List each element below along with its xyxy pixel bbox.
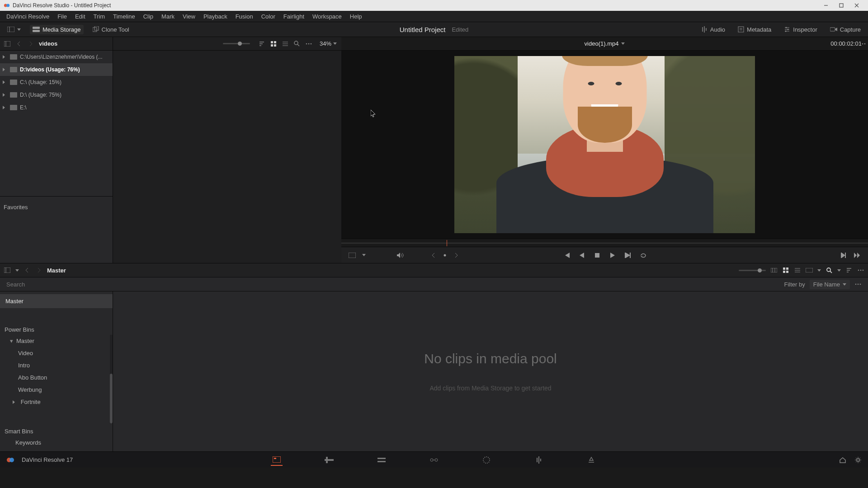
storage-row[interactable]: C:\Users\Lizenznehmer\Videos (... xyxy=(0,51,113,63)
menu-file[interactable]: File xyxy=(54,12,71,21)
sort-icon[interactable] xyxy=(258,40,265,47)
inspector-button[interactable]: Inspector xyxy=(781,25,820,34)
menu-davinci[interactable]: DaVinci Resolve xyxy=(3,12,53,21)
pool-breadcrumb[interactable]: Master xyxy=(47,267,66,274)
minimize-button[interactable] xyxy=(818,0,834,11)
loop-icon[interactable] xyxy=(640,252,647,259)
media-storage-button[interactable]: Media Storage xyxy=(30,25,84,34)
chevron-down-icon[interactable] xyxy=(15,269,19,272)
jog-fwd-icon[interactable] xyxy=(453,252,460,259)
capture-button[interactable]: Capture xyxy=(827,25,863,34)
power-bin-item[interactable]: Video xyxy=(0,347,110,359)
expand-icon[interactable] xyxy=(13,400,17,404)
timecode-display[interactable]: 00:00:02:01 xyxy=(830,40,862,47)
expand-icon[interactable] xyxy=(3,80,7,84)
search-icon[interactable] xyxy=(293,40,301,47)
playhead[interactable] xyxy=(447,240,447,246)
settings-icon[interactable] xyxy=(854,456,862,464)
go-start-icon[interactable] xyxy=(563,252,570,259)
menu-playback[interactable]: Playback xyxy=(200,12,231,21)
close-button[interactable] xyxy=(849,0,864,11)
power-bin-item[interactable]: Intro xyxy=(0,359,110,371)
more-icon[interactable] xyxy=(305,40,312,47)
grid-view-icon[interactable] xyxy=(782,267,789,274)
power-bin-item[interactable]: Abo Button xyxy=(0,371,110,384)
page-fairlight[interactable] xyxy=(533,454,545,466)
stop-icon[interactable] xyxy=(594,252,601,259)
more-icon[interactable] xyxy=(854,281,862,288)
more-icon[interactable] xyxy=(857,267,864,274)
media-pool-clips-area[interactable]: No clips in media pool Add clips from Me… xyxy=(113,291,868,451)
list-view-icon[interactable] xyxy=(794,267,801,274)
power-bin-item[interactable]: Werbung xyxy=(0,384,110,396)
bins-scrollbar[interactable] xyxy=(110,335,113,423)
page-deliver[interactable] xyxy=(585,454,597,466)
favorites-area[interactable] xyxy=(0,213,113,263)
menu-timeline[interactable]: Timeline xyxy=(109,12,139,21)
expand-icon[interactable] xyxy=(3,93,7,97)
play-icon[interactable] xyxy=(609,252,616,259)
page-edit[interactable] xyxy=(376,454,387,466)
viewer-body[interactable] xyxy=(341,51,868,239)
menu-view[interactable]: View xyxy=(179,12,199,21)
volume-icon[interactable] xyxy=(396,252,404,259)
viewer-scrub-bar[interactable] xyxy=(341,239,868,247)
menu-clip[interactable]: Clip xyxy=(140,12,157,21)
step-back-icon[interactable] xyxy=(578,252,585,259)
grid-view-icon[interactable] xyxy=(270,40,277,47)
expand-icon[interactable] xyxy=(3,106,7,109)
smart-bin-item[interactable]: Keywords xyxy=(0,436,113,449)
thumbs-body[interactable] xyxy=(113,51,341,263)
bin-master[interactable]: Master xyxy=(0,294,113,308)
page-cut[interactable] xyxy=(323,454,335,466)
expand-icon[interactable] xyxy=(3,55,7,59)
nav-forward-icon[interactable] xyxy=(35,267,42,274)
maximize-button[interactable] xyxy=(834,0,849,11)
match-frame-icon[interactable] xyxy=(349,252,356,259)
sort-icon[interactable] xyxy=(845,267,853,274)
search-icon[interactable] xyxy=(826,267,833,274)
clone-tool-button[interactable]: Clone Tool xyxy=(90,25,132,34)
go-end-icon[interactable] xyxy=(624,252,632,259)
menu-fusion[interactable]: Fusion xyxy=(232,12,257,21)
menu-workspace[interactable]: Workspace xyxy=(309,12,345,21)
next-clip-icon[interactable] xyxy=(840,252,847,259)
chevron-down-icon[interactable] xyxy=(362,254,366,256)
storage-row[interactable]: C:\ (Usage: 15%) xyxy=(0,76,113,89)
panel-toggle-button[interactable] xyxy=(5,25,24,33)
filter-by-dropdown[interactable]: File Name xyxy=(810,280,850,289)
nav-back-icon[interactable] xyxy=(24,267,31,274)
audio-button[interactable]: Audio xyxy=(698,25,728,34)
page-fusion[interactable] xyxy=(428,454,440,466)
sidebar-toggle-icon[interactable] xyxy=(4,40,11,47)
thumb-size-slider[interactable] xyxy=(223,43,250,44)
menu-trim[interactable]: Trim xyxy=(90,12,109,21)
menu-edit[interactable]: Edit xyxy=(71,12,89,21)
power-bin-item[interactable]: Fortnite xyxy=(0,396,110,408)
menu-mark[interactable]: Mark xyxy=(158,12,178,21)
metadata-button[interactable]: Metadata xyxy=(735,25,774,34)
power-bin-master[interactable]: ▾Master xyxy=(0,335,110,347)
chevron-down-icon[interactable] xyxy=(817,269,821,272)
menu-help[interactable]: Help xyxy=(346,12,366,21)
last-clip-icon[interactable] xyxy=(854,252,861,259)
jog-back-icon[interactable] xyxy=(430,252,437,259)
page-color[interactable] xyxy=(481,454,492,466)
page-media[interactable] xyxy=(271,454,283,466)
aspect-icon[interactable] xyxy=(806,267,813,274)
clip-name-dropdown[interactable]: video(1).mp4 xyxy=(585,40,625,47)
nav-back-icon[interactable] xyxy=(15,40,23,47)
pool-thumb-slider[interactable] xyxy=(739,270,766,271)
chevron-down-icon[interactable] xyxy=(837,269,841,272)
storage-row[interactable]: D:\videos (Usage: 76%) xyxy=(0,63,113,76)
nav-forward-icon[interactable] xyxy=(27,40,34,47)
viewer-more-icon[interactable] xyxy=(859,40,866,47)
pool-search-input[interactable] xyxy=(6,281,784,288)
home-icon[interactable] xyxy=(839,456,846,464)
strip-view-icon[interactable] xyxy=(770,267,778,274)
storage-row[interactable]: D:\ (Usage: 75%) xyxy=(0,89,113,101)
zoom-dropdown[interactable]: 34% xyxy=(320,40,337,47)
storage-breadcrumb[interactable]: videos xyxy=(39,40,57,47)
storage-row[interactable]: E:\ xyxy=(0,101,113,114)
menu-fairlight[interactable]: Fairlight xyxy=(280,12,308,21)
